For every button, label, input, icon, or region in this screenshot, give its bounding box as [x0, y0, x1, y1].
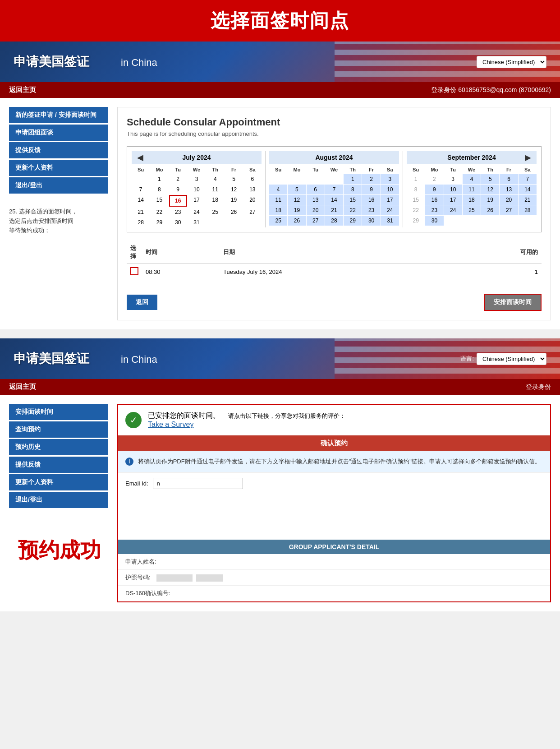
day-cell: 15 [150, 195, 168, 207]
passport-placeholder2 [196, 574, 223, 582]
day-cell[interactable]: 3 [381, 174, 399, 184]
day-cell[interactable]: 30 [425, 216, 443, 226]
july-days: Su Mo Tu We Th Fr Sa 1 2 3 4 [132, 166, 262, 227]
sidebar-item-group[interactable]: 申请团组面谈 [9, 125, 108, 141]
detail-row-ds160: DS-160确认编号: [118, 586, 550, 601]
day-cell[interactable]: 11 [463, 185, 481, 194]
day-cell[interactable]: 10 [381, 185, 399, 194]
day-cell[interactable]: 22 [344, 205, 362, 215]
day-cell[interactable]: 9 [362, 185, 380, 194]
day-cell[interactable]: 25 [463, 205, 481, 215]
day-cell[interactable]: 12 [288, 195, 306, 205]
day-cell[interactable]: 15 [344, 195, 362, 205]
back-home-link2[interactable]: 返回主页 [9, 383, 36, 391]
day-cell[interactable]: 6 [307, 185, 325, 194]
day-cell[interactable]: 23 [362, 205, 380, 215]
appt-checkbox[interactable] [130, 267, 138, 275]
sidebar-item-feedback2[interactable]: 提供反馈 [9, 457, 108, 473]
sidebar-item-schedule[interactable]: 安排面谈时间 [9, 404, 108, 420]
sidebar-item-query[interactable]: 查询预约 [9, 421, 108, 438]
day-cell[interactable]: 7 [519, 174, 537, 184]
day-cell: 18 [206, 195, 224, 207]
day-cell[interactable]: 8 [344, 185, 362, 194]
day-cell[interactable]: 18 [463, 195, 481, 205]
day-cell[interactable]: 21 [519, 195, 537, 205]
calendar-wrapper: ◀ July 2024 Su Mo Tu We Th Fr Sa [127, 146, 542, 232]
survey-link[interactable]: Take a Survey [148, 421, 193, 428]
day-cell[interactable]: 4 [269, 185, 287, 194]
day-cell[interactable]: 13 [307, 195, 325, 205]
top-banner: 选择面签时间点 [0, 0, 560, 42]
day-cell[interactable]: 18 [269, 205, 287, 215]
day-cell[interactable]: 5 [288, 185, 306, 194]
day-cell: 24 [188, 207, 206, 217]
day-cell[interactable]: 10 [444, 185, 462, 194]
day-cell[interactable]: 21 [325, 205, 343, 215]
day-cell[interactable]: 28 [519, 205, 537, 215]
back-button[interactable]: 返回 [127, 295, 157, 310]
day-cell [206, 217, 224, 227]
day-header-th: Th [206, 166, 224, 174]
sidebar-item-logout2[interactable]: 退出/登出 [9, 492, 108, 508]
day-cell[interactable]: 27 [500, 205, 518, 215]
day-cell[interactable]: 26 [481, 205, 499, 215]
day-cell[interactable]: 19 [288, 205, 306, 215]
section1: 选择面签时间点 申请美国签证 in China Chinese (Simplif… [0, 0, 560, 329]
day-cell: 26 [225, 207, 243, 217]
day-cell-selected-16[interactable]: 16 [169, 195, 187, 207]
day-cell[interactable]: 1 [344, 174, 362, 184]
day-cell: 29 [150, 217, 168, 227]
day-cell[interactable]: 29 [344, 216, 362, 226]
language-select[interactable]: Chinese (Simplified) [477, 56, 546, 68]
day-cell: 2 [169, 174, 187, 184]
prev-month-btn[interactable]: ◀ [133, 153, 147, 162]
sidebar-item-feedback[interactable]: 提供反馈 [9, 142, 108, 158]
day-cell[interactable]: 12 [481, 185, 499, 194]
sidebar-item-new-application[interactable]: 新的签证申请 / 安排面谈时间 [9, 107, 108, 123]
day-cell: 23 [169, 207, 187, 217]
lang-label: 语言: [460, 355, 474, 363]
day-cell[interactable]: 26 [288, 216, 306, 226]
day-cell[interactable]: 23 [425, 205, 443, 215]
day-cell[interactable]: 20 [307, 205, 325, 215]
email-input[interactable] [153, 478, 243, 489]
schedule-button[interactable]: 安排面谈时间 [484, 294, 542, 311]
day-cell[interactable]: 16 [425, 195, 443, 205]
day-cell[interactable]: 27 [307, 216, 325, 226]
language-select2[interactable]: Chinese (Simplified) [477, 353, 546, 365]
day-cell[interactable]: 2 [362, 174, 380, 184]
sidebar-item-logout[interactable]: 退出/登出 [9, 177, 108, 194]
next-month-btn[interactable]: ▶ [521, 153, 535, 162]
day-cell[interactable]: 14 [325, 195, 343, 205]
day-cell[interactable]: 4 [463, 174, 481, 184]
day-header-mo: Mo [150, 166, 168, 174]
day-cell[interactable]: 19 [481, 195, 499, 205]
day-cell[interactable]: 28 [325, 216, 343, 226]
day-cell: 14 [132, 195, 150, 207]
day-cell: 9 [169, 185, 187, 194]
day-cell[interactable]: 11 [269, 195, 287, 205]
day-cell[interactable]: 24 [444, 205, 462, 215]
sidebar-item-profile[interactable]: 更新个人资料 [9, 160, 108, 176]
day-cell[interactable]: 14 [519, 185, 537, 194]
success-big-text: 预约成功 [9, 509, 108, 583]
day-cell[interactable]: 7 [325, 185, 343, 194]
back-home-link[interactable]: 返回主页 [9, 86, 36, 94]
day-cell[interactable]: 16 [362, 195, 380, 205]
day-cell[interactable]: 9 [425, 185, 443, 194]
day-cell[interactable]: 17 [444, 195, 462, 205]
day-cell[interactable]: 5 [481, 174, 499, 184]
day-cell[interactable]: 13 [500, 185, 518, 194]
detail-row-passport: 护照号码: [118, 570, 550, 586]
sidebar-item-history[interactable]: 预约历史 [9, 439, 108, 455]
day-cell[interactable]: 30 [362, 216, 380, 226]
day-cell[interactable]: 6 [500, 174, 518, 184]
day-cell[interactable]: 20 [500, 195, 518, 205]
sidebar-item-profile2[interactable]: 更新个人资料 [9, 474, 108, 490]
day-cell[interactable]: 31 [381, 216, 399, 226]
day-cell[interactable]: 24 [381, 205, 399, 215]
day-cell: 7 [132, 185, 150, 194]
day-cell[interactable]: 17 [381, 195, 399, 205]
day-cell[interactable]: 25 [269, 216, 287, 226]
site-header: 申请美国签证 in China Chinese (Simplified) [0, 42, 560, 82]
